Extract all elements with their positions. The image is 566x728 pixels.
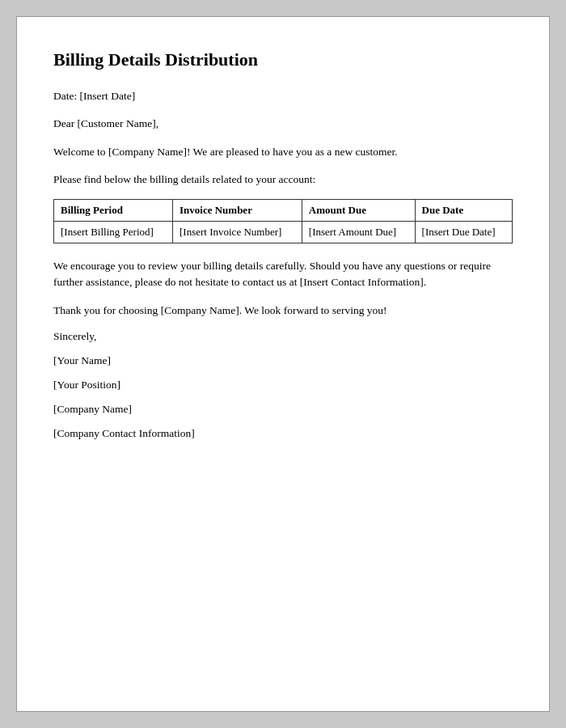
company-contact: [Company Contact Information] (53, 427, 513, 440)
col-header-invoice-number: Invoice Number (173, 200, 302, 222)
document-page: Billing Details Distribution Date: [Inse… (16, 16, 550, 712)
your-name: [Your Name] (53, 354, 513, 367)
cell-due-date: [Insert Due Date] (415, 222, 512, 243)
intro-text: Please find below the billing details re… (53, 171, 513, 188)
billing-table: Billing Period Invoice Number Amount Due… (53, 199, 513, 243)
page-title: Billing Details Distribution (53, 49, 513, 70)
signature-block: Sincerely, [Your Name] [Your Position] [… (53, 330, 513, 440)
col-header-amount-due: Amount Due (302, 200, 415, 222)
cell-invoice-number: [Insert Invoice Number] (173, 222, 302, 243)
cell-billing-period: [Insert Billing Period] (54, 222, 173, 243)
thank-you-text: Thank you for choosing [Company Name]. W… (53, 303, 513, 319)
col-header-due-date: Due Date (415, 200, 512, 222)
company-name: [Company Name] (53, 403, 513, 416)
review-text: We encourage you to review your billing … (53, 258, 513, 291)
table-header-row: Billing Period Invoice Number Amount Due… (54, 200, 513, 222)
welcome-text: Welcome to [Company Name]! We are please… (53, 144, 513, 160)
col-header-billing-period: Billing Period (54, 200, 173, 222)
your-position: [Your Position] (53, 379, 513, 392)
closing: Sincerely, (53, 330, 513, 343)
salutation: Dear [Customer Name], (53, 116, 513, 132)
cell-amount-due: [Insert Amount Due] (302, 222, 415, 243)
date-line: Date: [Insert Date] (53, 88, 513, 104)
table-row: [Insert Billing Period] [Insert Invoice … (54, 222, 513, 243)
